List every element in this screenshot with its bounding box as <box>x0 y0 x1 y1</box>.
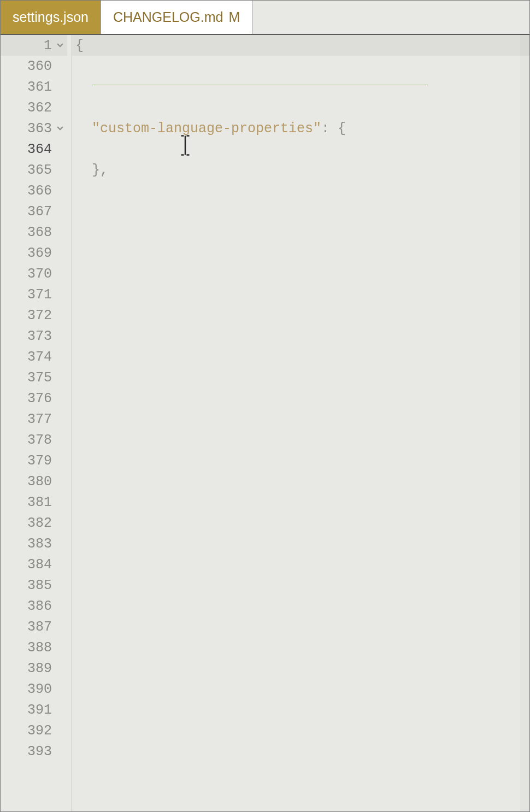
line-number: 379 <box>1 450 67 471</box>
code-line[interactable] <box>72 637 529 658</box>
code-line[interactable] <box>72 326 529 346</box>
line-number: 390 <box>1 679 67 699</box>
code-line[interactable] <box>72 679 529 699</box>
code-line[interactable] <box>72 513 529 533</box>
tab-changelog-md[interactable]: CHANGELOG.md M <box>101 1 252 34</box>
line-number: 375 <box>1 367 67 388</box>
code-line[interactable] <box>72 367 529 388</box>
code-line[interactable] <box>72 201 529 222</box>
chevron-down-icon[interactable] <box>55 40 65 50</box>
code-line[interactable] <box>72 741 529 762</box>
code-line[interactable] <box>72 699 529 720</box>
code-line[interactable] <box>72 139 529 160</box>
line-number: 389 <box>1 658 67 679</box>
code-line[interactable] <box>72 305 529 326</box>
code-line[interactable] <box>72 554 529 575</box>
code-line[interactable] <box>72 346 529 367</box>
code-line[interactable] <box>72 429 529 450</box>
line-number: 387 <box>1 616 67 637</box>
code-line[interactable]: "custom-language-properties": { <box>72 118 529 139</box>
line-number: 392 <box>1 720 67 741</box>
code-line[interactable] <box>72 492 529 513</box>
line-number: 378 <box>1 429 67 450</box>
line-number: 382 <box>1 513 67 533</box>
line-number: 377 <box>1 409 67 429</box>
line-gutter: 1360361362363364365366367368369370371372… <box>1 35 72 811</box>
code-line[interactable] <box>72 388 529 409</box>
line-number: 384 <box>1 554 67 575</box>
code-editor[interactable]: 1360361362363364365366367368369370371372… <box>1 35 529 811</box>
code-line[interactable]: }, <box>72 160 529 180</box>
code-area[interactable]: { "custom-language-properties": { }, <box>72 35 529 811</box>
line-number: 391 <box>1 699 67 720</box>
code-line[interactable] <box>72 596 529 616</box>
tab-label: CHANGELOG.md <box>113 9 223 25</box>
line-number: 385 <box>1 575 67 596</box>
code-line[interactable]: { <box>72 35 529 56</box>
line-number: 370 <box>1 263 67 284</box>
line-number: 372 <box>1 305 67 326</box>
line-number: 363 <box>1 118 67 139</box>
code-line[interactable] <box>72 616 529 637</box>
line-number: 366 <box>1 180 67 201</box>
line-number: 1 <box>1 35 67 56</box>
vertical-scrollbar[interactable] <box>520 34 530 812</box>
line-number: 367 <box>1 201 67 222</box>
code-line[interactable] <box>72 658 529 679</box>
line-number: 393 <box>1 741 67 762</box>
code-line[interactable] <box>72 720 529 741</box>
line-number: 365 <box>1 160 67 180</box>
chevron-down-icon[interactable] <box>55 123 65 133</box>
line-number: 388 <box>1 637 67 658</box>
code-line[interactable] <box>72 263 529 284</box>
code-line[interactable] <box>72 77 529 97</box>
line-number: 383 <box>1 533 67 554</box>
line-number: 360 <box>1 56 67 77</box>
code-line[interactable] <box>72 56 529 77</box>
line-number: 374 <box>1 346 67 367</box>
tab-bar: settings.json CHANGELOG.md M <box>1 1 529 35</box>
line-number: 361 <box>1 77 67 97</box>
line-number: 369 <box>1 243 67 263</box>
code-line[interactable] <box>72 222 529 243</box>
line-number: 376 <box>1 388 67 409</box>
tab-git-status: M <box>228 9 240 25</box>
line-number: 371 <box>1 284 67 305</box>
code-line[interactable] <box>72 180 529 201</box>
tab-settings-json[interactable]: settings.json <box>1 1 101 34</box>
code-line[interactable] <box>72 533 529 554</box>
code-line[interactable] <box>72 284 529 305</box>
line-number: 364 <box>1 139 67 160</box>
code-line[interactable] <box>72 471 529 492</box>
tab-label: settings.json <box>13 9 89 25</box>
code-line[interactable] <box>72 450 529 471</box>
line-number: 368 <box>1 222 67 243</box>
line-number: 373 <box>1 326 67 346</box>
code-line[interactable] <box>72 97 529 118</box>
line-number: 386 <box>1 596 67 616</box>
code-line[interactable] <box>72 409 529 429</box>
code-line[interactable] <box>72 243 529 263</box>
line-number: 381 <box>1 492 67 513</box>
line-number: 362 <box>1 97 67 118</box>
line-number: 380 <box>1 471 67 492</box>
code-line[interactable] <box>72 575 529 596</box>
